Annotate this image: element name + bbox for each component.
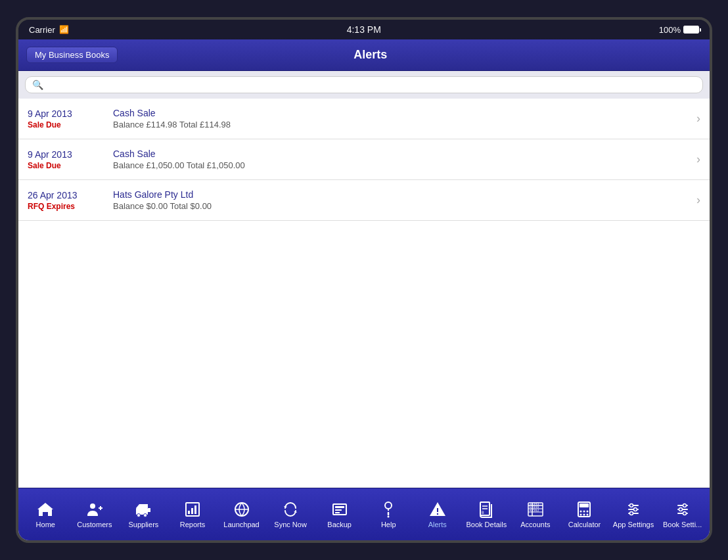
tab-reports-label: Reports	[180, 521, 206, 528]
status-bar: Carrier 📶 4:13 PM 100%	[18, 20, 710, 39]
svg-point-37	[583, 514, 585, 516]
tab-help-label: Help	[381, 521, 396, 528]
tab-bar: Home Customers Suppliers	[18, 488, 710, 540]
svg-rect-5	[188, 511, 190, 514]
item-status: RFQ Expires	[28, 202, 113, 211]
accounts-icon: 12345 67890 43562	[526, 500, 545, 519]
page-title: Alerts	[118, 48, 623, 62]
tab-sync[interactable]: Sync Now	[267, 496, 314, 532]
status-left: Carrier 📶	[29, 25, 69, 35]
suppliers-icon	[134, 500, 152, 519]
tab-alerts[interactable]: Alerts	[414, 496, 461, 532]
book-details-icon: B	[477, 500, 495, 519]
item-subtitle: Balance $0.00 Total $0.00	[113, 201, 691, 211]
app-settings-icon	[624, 500, 643, 519]
backup-icon	[330, 500, 349, 519]
battery-label: 100%	[659, 25, 681, 35]
tab-book-settings-label: Book Setti...	[663, 521, 702, 528]
reports-icon	[183, 500, 202, 519]
status-time: 4:13 PM	[347, 24, 381, 35]
item-subtitle: Balance £114.98 Total £114.98	[113, 120, 691, 129]
book-settings-icon	[673, 500, 692, 519]
sync-icon	[281, 500, 300, 519]
tab-launchpad-label: Launchpad	[223, 521, 259, 528]
svg-point-13	[385, 502, 392, 509]
tab-backup-label: Backup	[327, 521, 352, 528]
list-item[interactable]: 9 Apr 2013 Sale Due Cash Sale Balance £1…	[18, 99, 710, 139]
tab-app-settings[interactable]: App Settings	[610, 496, 657, 532]
svg-text:B: B	[482, 510, 484, 515]
chevron-right-icon: ›	[696, 193, 700, 207]
carrier-label: Carrier	[29, 25, 55, 35]
svg-text:43562: 43562	[529, 508, 539, 512]
tab-home-label: Home	[36, 521, 55, 528]
svg-rect-11	[335, 509, 342, 511]
svg-rect-7	[194, 505, 196, 514]
chevron-right-icon: ›	[696, 152, 700, 166]
svg-point-44	[630, 512, 633, 515]
tab-suppliers-label: Suppliers	[128, 521, 158, 528]
svg-rect-10	[335, 506, 344, 508]
customers-icon	[85, 500, 104, 519]
navigation-header: My Business Books Alerts	[18, 39, 710, 71]
svg-rect-12	[335, 512, 340, 513]
svg-point-49	[679, 508, 682, 511]
alerts-list: 9 Apr 2013 Sale Due Cash Sale Balance £1…	[18, 99, 710, 488]
alerts-icon	[428, 500, 447, 519]
tab-book-settings[interactable]: Book Setti...	[659, 496, 706, 532]
svg-rect-32	[580, 503, 589, 507]
battery-icon	[683, 26, 699, 34]
launchpad-icon	[233, 500, 251, 519]
search-input[interactable]	[47, 80, 696, 90]
back-button[interactable]: My Business Books	[26, 47, 118, 63]
svg-point-42	[630, 504, 633, 507]
help-icon	[379, 500, 398, 519]
svg-point-38	[587, 514, 589, 516]
item-title: Cash Sale	[113, 108, 691, 118]
svg-point-2	[137, 514, 141, 517]
tab-app-settings-label: App Settings	[613, 521, 654, 528]
svg-point-33	[580, 511, 582, 513]
calculator-icon	[575, 500, 593, 519]
tab-book-details[interactable]: B Book Details	[463, 496, 510, 532]
list-item[interactable]: 9 Apr 2013 Sale Due Cash Sale Balance £1…	[18, 139, 710, 180]
wifi-icon: 📶	[59, 25, 69, 34]
item-status: Sale Due	[28, 120, 113, 129]
item-date: 9 Apr 2013	[28, 149, 113, 160]
svg-point-15	[388, 516, 390, 518]
tab-suppliers[interactable]: Suppliers	[120, 496, 167, 532]
tab-book-details-label: Book Details	[466, 521, 507, 528]
tab-help[interactable]: Help	[365, 496, 412, 532]
svg-point-36	[580, 514, 582, 516]
svg-point-3	[144, 514, 147, 517]
svg-point-35	[587, 511, 589, 513]
svg-point-48	[683, 504, 686, 507]
home-icon	[36, 500, 55, 519]
tab-customers[interactable]: Customers	[71, 496, 118, 532]
tab-alerts-label: Alerts	[428, 521, 447, 528]
tab-home[interactable]: Home	[22, 496, 69, 532]
tab-launchpad[interactable]: Launchpad	[218, 496, 265, 532]
tab-backup[interactable]: Backup	[316, 496, 363, 532]
item-subtitle: Balance £1,050.00 Total £1,050.00	[113, 160, 691, 170]
item-title: Cash Sale	[113, 149, 691, 159]
chevron-right-icon: ›	[696, 112, 700, 126]
svg-point-0	[90, 503, 95, 509]
item-date: 9 Apr 2013	[28, 108, 113, 119]
tab-calculator-label: Calculator	[568, 521, 601, 528]
tab-calculator[interactable]: Calculator	[560, 496, 608, 532]
list-item[interactable]: 26 Apr 2013 RFQ Expires Hats Galore Pty …	[18, 180, 710, 221]
tab-customers-label: Customers	[77, 521, 112, 528]
search-container: 🔍	[18, 71, 710, 99]
tab-accounts[interactable]: 12345 67890 43562 Accounts	[512, 496, 559, 532]
svg-point-34	[583, 511, 585, 513]
svg-point-50	[683, 512, 686, 515]
tab-reports[interactable]: Reports	[169, 496, 216, 532]
search-icon: 🔍	[32, 80, 43, 90]
item-date: 26 Apr 2013	[28, 190, 113, 200]
tab-accounts-label: Accounts	[520, 521, 550, 528]
tab-sync-label: Sync Now	[274, 521, 307, 528]
svg-point-43	[634, 508, 637, 511]
search-bar: 🔍	[25, 76, 703, 93]
svg-point-18	[437, 513, 438, 515]
